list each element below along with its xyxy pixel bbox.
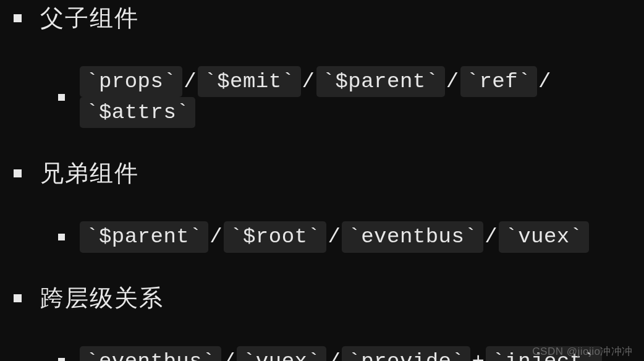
bullet-square-icon — [58, 234, 65, 240]
bullet-square-icon — [58, 94, 65, 101]
bullet-square-icon — [14, 294, 22, 302]
code-token: `eventbus` — [80, 346, 221, 361]
topic-heading: 兄弟组件 — [40, 158, 139, 189]
topic-heading-row: 兄弟组件 — [14, 158, 644, 189]
method-list: `$parent`/`$root`/`eventbus`/`vuex` — [14, 221, 644, 252]
code-token: `$emit` — [198, 66, 300, 97]
code-token: `$parent` — [80, 221, 208, 252]
code-token: `ref` — [460, 66, 538, 97]
topic-heading: 父子组件 — [40, 2, 139, 34]
code-line: `props`/`$emit`/`$parent`/`ref`/`$attrs` — [80, 66, 644, 128]
code-line: `eventbus`/`vuex`/`provide`+`inject` — [80, 346, 602, 361]
code-line: `$parent`/`$root`/`eventbus`/`vuex` — [80, 221, 589, 252]
code-token: `vuex` — [499, 221, 588, 252]
code-token: `vuex` — [237, 346, 326, 361]
code-token: `props` — [80, 66, 182, 97]
topic-heading-row: 跨层级关系 — [14, 282, 644, 314]
watermark: CSDN @jiojio冲冲冲 — [532, 344, 633, 359]
code-token: `$root` — [224, 221, 326, 252]
code-token: `$parent` — [316, 66, 445, 97]
topic-item: 父子组件 `props`/`$emit`/`$parent`/`ref`/`$a… — [14, 2, 644, 128]
bullet-square-icon — [58, 358, 65, 361]
bullet-square-icon — [14, 14, 22, 22]
bullet-square-icon — [14, 169, 22, 177]
method-list: `props`/`$emit`/`$parent`/`ref`/`$attrs` — [14, 66, 644, 128]
topic-heading: 跨层级关系 — [40, 282, 164, 314]
code-token: `eventbus` — [342, 221, 483, 252]
code-token: `$attrs` — [80, 97, 195, 128]
topic-item: 兄弟组件 `$parent`/`$root`/`eventbus`/`vuex` — [14, 158, 644, 252]
code-token: `provide` — [342, 346, 470, 361]
topic-list: 父子组件 `props`/`$emit`/`$parent`/`ref`/`$a… — [14, 0, 644, 361]
method-item: `props`/`$emit`/`$parent`/`ref`/`$attrs` — [58, 66, 644, 128]
method-item: `$parent`/`$root`/`eventbus`/`vuex` — [58, 221, 644, 252]
topic-heading-row: 父子组件 — [14, 2, 644, 34]
